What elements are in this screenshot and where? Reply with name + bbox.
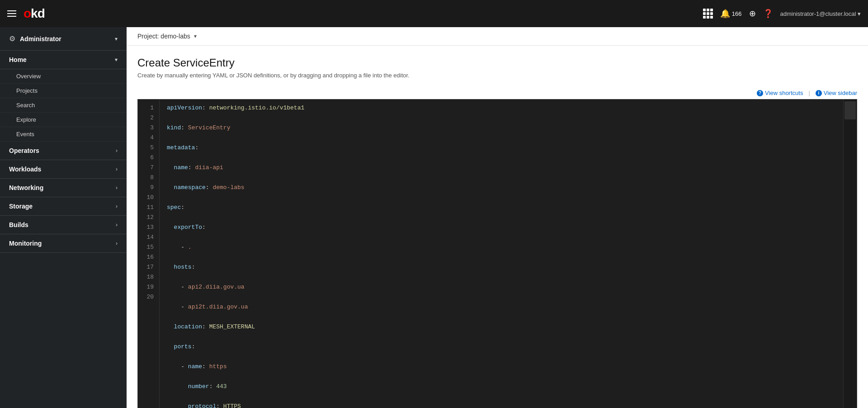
sidebar-item-overview[interactable]: Overview [0,69,127,84]
main-layout: ⚙ Administrator ▾ Home ▾ Overview Projec… [0,27,868,408]
project-dropdown-icon[interactable]: ▾ [194,33,197,39]
sidebar-item-projects[interactable]: Projects [0,84,127,98]
question-circle-icon: ? [757,90,763,96]
sidebar-workloads-header[interactable]: Workloads › [0,160,127,179]
view-shortcuts-link[interactable]: ? View shortcuts [757,90,803,96]
sidebar-admin-label: Administrator [20,35,115,43]
page-title: Create ServiceEntry [137,57,857,69]
sidebar-operators-title: Operators [9,147,116,154]
user-menu[interactable]: administrator-1@cluster.local ▾ [780,10,861,17]
sidebar-builds-title: Builds [9,221,116,228]
sidebar-item-search[interactable]: Search [0,98,127,113]
sidebar-operators-header[interactable]: Operators › [0,142,127,160]
line-numbers: 12345 678910 1112131415 1617181920 [138,100,160,408]
sidebar-home-title: Home [9,56,115,63]
sidebar-item-events[interactable]: Events [0,127,127,142]
hamburger-menu[interactable] [7,10,16,17]
navbar: okd 🔔 166 ⊕ ❓ administrator-1@cluster.lo… [0,0,868,27]
home-chevron-down-icon: ▾ [115,57,118,63]
page-subtitle: Create by manually entering YAML or JSON… [137,72,857,79]
sidebar-networking-title: Networking [9,184,116,191]
sidebar: ⚙ Administrator ▾ Home ▾ Overview Projec… [0,27,127,408]
sidebar-workloads-title: Workloads [9,166,116,173]
code-content[interactable]: apiVersion: networking.istio.io/v1beta1 … [160,100,843,408]
operators-chevron-right-icon: › [116,147,118,154]
view-sidebar-label: View sidebar [824,90,857,96]
sidebar-storage-title: Storage [9,203,116,210]
code-editor[interactable]: 12345 678910 1112131415 1617181920 apiVe… [137,99,857,408]
monitoring-chevron-right-icon: › [116,240,118,247]
project-header: Project: demo-labs ▾ [127,27,868,46]
view-shortcuts-label: View shortcuts [765,90,803,96]
sidebar-section-home: Home ▾ Overview Projects Search Explore … [0,51,127,142]
notifications-icon[interactable]: 🔔 166 [720,9,742,19]
sidebar-home-header[interactable]: Home ▾ [0,51,127,69]
logo-o: o [24,6,31,20]
view-sidebar-link[interactable]: i View sidebar [816,90,857,96]
sidebar-storage-header[interactable]: Storage › [0,197,127,216]
user-label: administrator-1@cluster.local ▾ [780,10,861,17]
navbar-right: 🔔 166 ⊕ ❓ administrator-1@cluster.local … [703,9,861,19]
add-icon[interactable]: ⊕ [749,9,756,19]
toolbar-separator: | [808,90,810,96]
help-icon[interactable]: ❓ [763,9,773,19]
sidebar-monitoring-header[interactable]: Monitoring › [0,234,127,253]
project-label: Project: demo-labs [137,33,190,40]
admin-icon: ⚙ [9,34,15,43]
workloads-chevron-right-icon: › [116,166,118,172]
grid-icon[interactable] [703,9,713,19]
logo-kd: kd [31,6,45,20]
builds-chevron-right-icon: › [116,222,118,228]
storage-chevron-right-icon: › [116,203,118,209]
sidebar-home-items: Overview Projects Search Explore Events [0,69,127,142]
notifications-count: 166 [732,10,742,17]
content-area: Project: demo-labs ▾ Create ServiceEntry… [127,27,868,408]
sidebar-admin[interactable]: ⚙ Administrator ▾ [0,27,127,51]
logo: okd [24,6,45,21]
sidebar-monitoring-title: Monitoring [9,240,116,247]
info-circle-icon: i [816,90,822,96]
sidebar-builds-header[interactable]: Builds › [0,216,127,234]
sidebar-networking-header[interactable]: Networking › [0,179,127,197]
sidebar-item-explore[interactable]: Explore [0,113,127,127]
bell-icon: 🔔 [720,9,730,19]
networking-chevron-right-icon: › [116,185,118,191]
editor-toolbar: ? View shortcuts | i View sidebar [137,88,857,99]
editor-minimap [843,100,857,408]
admin-chevron-down-icon: ▾ [115,36,118,42]
page-content: Create ServiceEntry Create by manually e… [127,46,868,408]
